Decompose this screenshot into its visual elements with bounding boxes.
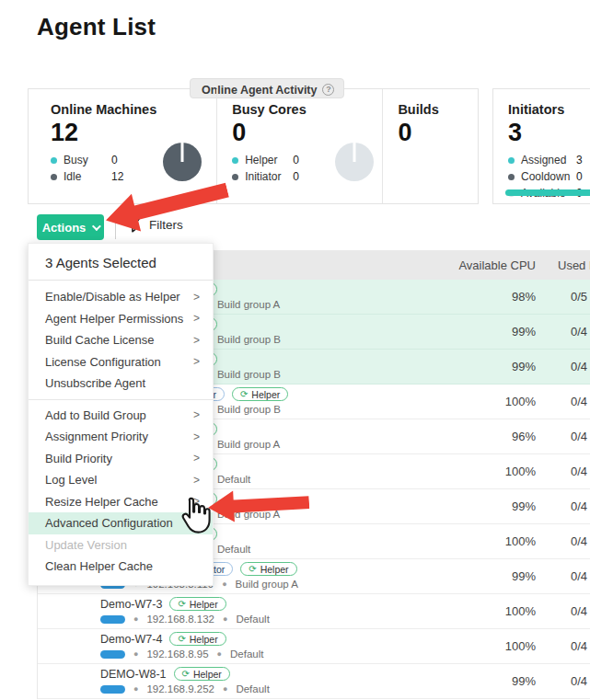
legend-item: Cooldown0 — [508, 170, 590, 183]
legend-label: Assigned — [521, 154, 576, 166]
agent-ip: 192.168.9.252 — [146, 683, 214, 694]
agent-build-group: Build group A — [217, 299, 280, 310]
used-helpers-value: 0/4 — [536, 499, 590, 513]
used-helpers-value: 0/4 — [536, 569, 590, 583]
menu-item-license-configuration[interactable]: License Configuration> — [29, 351, 213, 373]
used-helpers-value: 0/4 — [536, 325, 590, 339]
available-cpu-value: 98% — [416, 290, 536, 304]
available-cpu-value: 99% — [416, 360, 536, 373]
agent-build-group: Build group B — [217, 334, 281, 345]
agent-ip: 192.168.8.95 — [146, 648, 208, 660]
agent-name: Demo-W7-3 — [100, 598, 162, 611]
menu-item-assignment-priority[interactable]: Assignment Priority> — [29, 426, 213, 448]
os-indicator-pill — [100, 685, 125, 694]
busy-cores-stat: Busy Cores 0 Helper0Initiator0 — [216, 89, 382, 203]
busy-cores-donut-chart — [335, 143, 374, 181]
cursor-hand-icon — [176, 495, 214, 539]
initiators-title: Initiators — [508, 102, 590, 117]
initiators-card: Initiators 3 Assigned3Cooldown0Available… — [492, 88, 590, 204]
legend-dot-icon — [232, 174, 238, 180]
used-helpers-value: 0/4 — [536, 639, 590, 653]
agent-build-group: Build group B — [217, 369, 281, 380]
chevron-down-icon — [92, 222, 101, 231]
os-indicator-pill — [100, 650, 125, 659]
menu-item-label: Build Priority — [45, 452, 112, 465]
helper-badge: ⟳Helper — [169, 632, 226, 646]
column-header-used-helpers[interactable]: Used Helpers — [536, 258, 590, 272]
available-cpu-value: 99% — [416, 569, 536, 583]
used-helpers-value: 0/4 — [536, 465, 590, 478]
agent-cell: Demo-W7-4⟳Helper●192.168.8.95●Default — [38, 632, 416, 661]
table-row[interactable]: Demo-W7-3⟳Helper●192.168.8.132●Default10… — [38, 594, 590, 629]
menu-item-label: Clean Helper Cache — [45, 559, 153, 573]
legend-label: Initiator — [245, 170, 293, 183]
menu-item-log-level[interactable]: Log Level> — [29, 469, 213, 491]
menu-item-agent-helper-permissions[interactable]: Agent Helper Permissions> — [29, 308, 213, 330]
available-cpu-value: 96% — [416, 430, 536, 443]
menu-item-label: Build Cache License — [45, 333, 155, 347]
online-agent-activity-card: Online Agent Activity ? Online Machines … — [28, 88, 479, 204]
used-helpers-value: 0/4 — [536, 674, 590, 688]
builds-value: 0 — [398, 119, 478, 146]
submenu-arrow-icon: > — [193, 355, 200, 368]
actions-button-label: Actions — [42, 221, 87, 235]
menu-item-label: Unsubscribe Agent — [45, 376, 145, 390]
legend-value: 12 — [111, 170, 123, 183]
available-cpu-value: 100% — [416, 534, 536, 548]
menu-divider — [29, 399, 213, 400]
os-indicator-pill — [100, 615, 125, 624]
legend-label: Busy — [64, 154, 111, 166]
online-machines-value: 12 — [51, 119, 216, 146]
menu-item-enable-disable-as-helper[interactable]: Enable/Disable as Helper> — [29, 286, 213, 308]
agent-ip: 192.168.8.132 — [146, 614, 214, 625]
dot-separator: ● — [222, 580, 226, 589]
available-cpu-value: 100% — [416, 395, 536, 408]
table-row[interactable]: DEMO-W8-1⟳Helper●192.168.9.252●Default99… — [38, 664, 590, 699]
agent-info-line: ●192.168.8.132●Default — [100, 613, 416, 626]
helper-icon: ⟳ — [182, 669, 190, 679]
agent-name: Demo-W7-4 — [100, 633, 162, 646]
agent-name: DEMO-W8-1 — [100, 668, 167, 681]
submenu-arrow-icon: > — [193, 291, 200, 304]
helper-icon: ⟳ — [249, 564, 256, 574]
legend-dot-icon — [508, 174, 515, 180]
menu-item-add-to-build-group[interactable]: Add to Build Group> — [29, 405, 213, 427]
helper-icon: ⟳ — [178, 599, 185, 609]
busy-cores-title: Busy Cores — [232, 102, 382, 117]
dot-separator: ● — [133, 614, 138, 624]
badge-label: Helper — [251, 389, 280, 400]
submenu-arrow-icon: > — [193, 474, 200, 487]
menu-item-build-priority[interactable]: Build Priority> — [29, 448, 213, 470]
agent-cell: DEMO-W8-1⟳Helper●192.168.9.252●Default — [38, 667, 416, 696]
agent-build-group: Build group A — [236, 579, 298, 590]
agent-build-group: Default — [236, 683, 269, 694]
builds-stat: Builds 0 — [382, 89, 478, 203]
menu-item-clean-helper-cache[interactable]: Clean Helper Cache — [29, 556, 213, 578]
table-row[interactable]: Demo-W7-4⟳Helper●192.168.8.95●Default100… — [38, 629, 590, 664]
legend-value: 0 — [111, 154, 118, 166]
agent-build-group: Default — [217, 474, 250, 485]
menu-header-agents-selected: 3 Agents Selected — [29, 244, 213, 281]
used-helpers-value: 0/5 — [536, 290, 590, 304]
agent-build-group: Default — [236, 614, 269, 625]
legend-item: Assigned3 — [508, 154, 590, 166]
legend-value: 3 — [576, 154, 583, 166]
helper-badge: ⟳Helper — [169, 597, 226, 611]
annotation-arrow-advanced-configuration — [207, 486, 310, 524]
menu-item-label: Add to Build Group — [45, 408, 146, 422]
builds-title: Builds — [398, 102, 478, 117]
actions-button[interactable]: Actions — [37, 214, 104, 240]
used-helpers-value: 0/4 — [536, 430, 590, 443]
agent-name-line: Demo-W7-4⟳Helper — [100, 632, 416, 647]
menu-item-label: Agent Helper Permissions — [45, 312, 183, 326]
dot-separator: ● — [217, 649, 222, 659]
column-header-available-cpu[interactable]: Available CPU — [416, 258, 536, 272]
submenu-arrow-icon: > — [193, 452, 200, 465]
menu-item-build-cache-license[interactable]: Build Cache License> — [29, 329, 213, 351]
menu-item-label: Log Level — [45, 473, 97, 487]
available-cpu-value: 99% — [416, 325, 536, 339]
menu-item-unsubscribe-agent[interactable]: Unsubscribe Agent — [29, 373, 213, 395]
badge-label: Helper — [260, 564, 289, 575]
menu-item-label: Resize Helper Cache — [45, 495, 158, 509]
agent-build-group: Default — [230, 648, 263, 660]
